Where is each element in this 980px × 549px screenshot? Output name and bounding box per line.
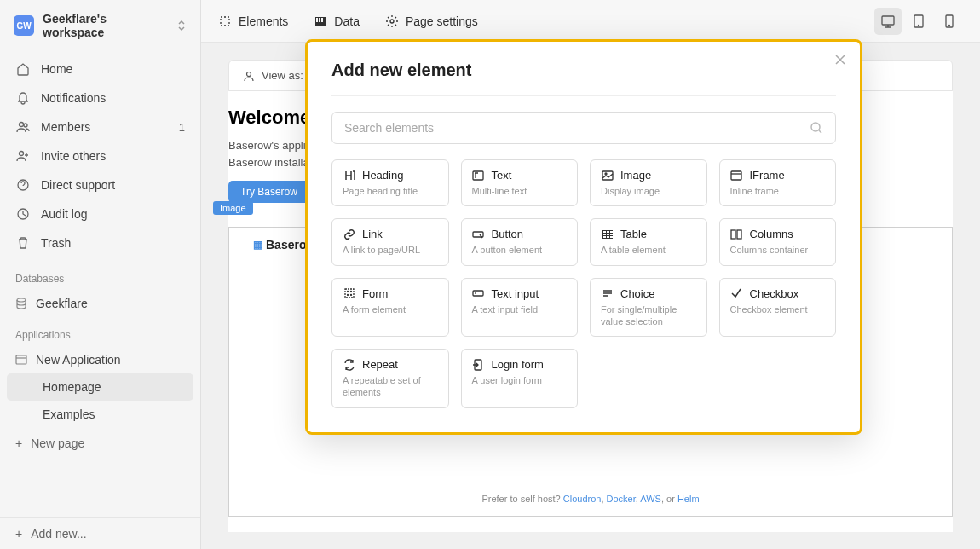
workspace-name: Geekflare's workspace — [43, 12, 168, 39]
svg-rect-39 — [737, 230, 741, 239]
element-card-text-input[interactable]: Text inputA text input field — [461, 278, 579, 338]
device-mobile-button[interactable] — [936, 8, 963, 35]
nav-label: Invite others — [41, 149, 106, 163]
close-button[interactable] — [834, 54, 846, 66]
element-card-columns[interactable]: ColumnsColumns container — [719, 218, 837, 265]
element-card-login-form[interactable]: Login formA user login form — [461, 349, 579, 408]
tab-page-settings[interactable]: Page settings — [385, 14, 478, 28]
plus-icon: + — [15, 436, 22, 450]
element-desc: Multi-line text — [472, 185, 568, 197]
element-card-image[interactable]: ImageDisplay image — [590, 159, 707, 206]
page-item-examples[interactable]: Examples — [7, 401, 193, 428]
self-host-link-cloudron[interactable]: Cloudron — [563, 494, 602, 504]
nav-invite[interactable]: Invite others — [7, 142, 193, 170]
nav-label: Notifications — [41, 91, 106, 105]
page-item-homepage[interactable]: Homepage — [7, 373, 193, 401]
element-name: Text — [492, 169, 512, 182]
data-icon — [314, 14, 327, 28]
svg-point-0 — [20, 123, 24, 127]
element-desc: Inline frame — [730, 185, 826, 197]
element-desc: A table element — [601, 244, 696, 256]
svg-rect-10 — [319, 18, 320, 20]
svg-rect-31 — [610, 231, 613, 233]
application-item[interactable]: New Application — [0, 346, 200, 373]
link-icon — [343, 228, 355, 240]
element-name: Heading — [362, 169, 403, 182]
self-host-link-helm[interactable]: Helm — [677, 494, 700, 504]
element-desc: Columns container — [730, 244, 826, 256]
add-new-button[interactable]: + Add new... — [0, 517, 200, 549]
element-card-repeat[interactable]: RepeatA repeatable set of elements — [331, 349, 449, 408]
nav-audit[interactable]: Audit log — [7, 199, 193, 228]
element-card-button[interactable]: ButtonA button element — [461, 218, 579, 265]
element-card-link[interactable]: LinkA link to page/URL — [331, 218, 449, 265]
home-icon — [15, 61, 31, 77]
svg-point-22 — [811, 123, 820, 131]
element-desc: Checkbox element — [730, 303, 826, 315]
element-desc: A repeatable set of elements — [343, 374, 438, 399]
svg-rect-14 — [321, 20, 323, 22]
self-host-link-aws[interactable]: AWS — [640, 494, 661, 504]
checkbox-icon — [730, 287, 743, 300]
tab-data[interactable]: Data — [314, 14, 360, 28]
nav-members[interactable]: Members 1 — [7, 113, 193, 142]
database-icon — [15, 298, 27, 309]
element-name: Table — [620, 228, 647, 240]
self-host-text: Prefer to self host? Cloudron, Docker, A… — [229, 483, 952, 514]
element-name: Button — [492, 228, 524, 240]
section-databases-label: Databases — [0, 261, 200, 290]
element-card-text[interactable]: TextMulti-line text — [461, 159, 579, 206]
element-desc: A form element — [343, 303, 438, 315]
svg-rect-34 — [610, 234, 613, 235]
tab-elements[interactable]: Elements — [218, 14, 288, 28]
try-baserow-button[interactable]: Try Baserow Image — [228, 181, 309, 203]
nav-trash[interactable]: Trash — [7, 228, 193, 257]
nav-support[interactable]: Direct support — [7, 170, 193, 199]
element-desc: A link to page/URL — [343, 244, 438, 256]
button-icon — [472, 228, 485, 240]
workspace-switcher[interactable]: GW Geekflare's workspace — [0, 0, 200, 51]
elements-icon — [218, 14, 232, 28]
element-card-iframe[interactable]: IFrameInline frame — [719, 159, 837, 206]
device-desktop-button[interactable] — [874, 8, 902, 35]
columns-icon — [730, 228, 743, 240]
repeat-icon — [343, 358, 355, 371]
element-card-form[interactable]: FormA form element — [331, 278, 449, 338]
nav-label: Audit log — [41, 207, 87, 221]
image-icon — [601, 169, 614, 182]
element-card-table[interactable]: TableA table element — [590, 218, 707, 265]
login-icon — [472, 358, 485, 371]
svg-rect-9 — [316, 18, 318, 20]
bell-icon — [15, 90, 31, 106]
add-element-modal: Add new element HeadingPage heading titl… — [305, 39, 862, 435]
element-card-checkbox[interactable]: CheckboxCheckbox element — [719, 278, 837, 338]
svg-rect-45 — [473, 291, 483, 296]
element-card-heading[interactable]: HeadingPage heading title — [331, 159, 449, 206]
iframe-icon — [730, 169, 743, 182]
svg-rect-35 — [603, 236, 606, 238]
svg-point-43 — [347, 295, 348, 296]
application-name: New Application — [36, 353, 121, 367]
element-desc: A text input field — [472, 303, 568, 315]
search-input[interactable] — [344, 121, 810, 135]
database-item[interactable]: Geekflare — [0, 290, 200, 317]
search-box[interactable] — [331, 112, 836, 144]
element-name: Link — [362, 228, 383, 240]
nav-notifications[interactable]: Notifications — [7, 84, 193, 113]
new-page-button[interactable]: + New page — [0, 428, 200, 459]
element-name: Login form — [492, 358, 544, 371]
element-card-choice[interactable]: ChoiceFor single/multiple value selectio… — [590, 278, 707, 338]
nav-home[interactable]: Home — [7, 55, 193, 84]
svg-point-21 — [247, 72, 251, 76]
element-name: Checkbox — [750, 287, 799, 300]
svg-point-2 — [20, 152, 24, 156]
textinput-icon — [472, 287, 485, 300]
self-host-link-docker[interactable]: Docker — [607, 494, 636, 504]
add-new-label: Add new... — [31, 527, 86, 540]
svg-rect-7 — [221, 17, 229, 26]
device-tablet-button[interactable] — [905, 8, 932, 35]
trash-icon — [15, 235, 31, 251]
table-icon — [601, 228, 614, 240]
tab-label: Page settings — [406, 14, 478, 28]
plus-icon: + — [15, 527, 22, 540]
